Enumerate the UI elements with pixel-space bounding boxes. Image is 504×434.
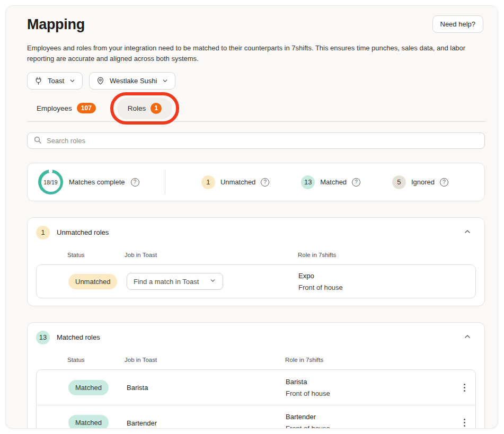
chevron-up-icon <box>463 229 472 237</box>
filter-bar: Toast Westlake Sushi <box>27 72 483 90</box>
role-cell: Bartender Front of house <box>286 413 453 429</box>
search-roles-input[interactable] <box>47 137 479 145</box>
page-header: Mapping Need help? <box>27 15 483 33</box>
status-cell: Unmatched <box>68 274 127 289</box>
job-name: Barista <box>127 384 148 392</box>
search-icon <box>33 136 42 146</box>
job-name: Bartender <box>127 419 157 427</box>
mapping-panel: Mapping Need help? Employees and roles f… <box>5 5 498 429</box>
column-header-role: Role in 7shifts <box>298 252 476 258</box>
tab-employees-label: Employees <box>37 104 72 112</box>
find-match-select-label: Find a match in Toast <box>134 278 199 286</box>
page-description: Employees and roles from your integratio… <box>27 43 483 64</box>
status-badge: Unmatched <box>68 274 117 289</box>
chevron-up-icon <box>463 334 472 342</box>
chevron-down-icon <box>162 77 169 84</box>
column-header-status: Status <box>67 357 125 363</box>
role-name: Bartender <box>286 413 453 421</box>
status-badge: Matched <box>68 415 109 429</box>
row-actions-kebab-icon[interactable] <box>453 380 475 395</box>
ignored-count-badge: 5 <box>392 175 406 189</box>
integration-dropdown-label: Toast <box>48 77 64 85</box>
roles-count-badge: 1 <box>151 103 162 114</box>
table-row-matched-barista: Matched Barista Barista Front of house <box>37 370 475 405</box>
role-group: Front of house <box>298 284 453 291</box>
integration-dropdown[interactable]: Toast <box>27 72 83 90</box>
matched-roles-section: 13 Matched roles Status Job in Toast Rol… <box>27 322 485 429</box>
unmatched-stat: 1 Unmatched ? <box>201 175 269 189</box>
status-badge: Matched <box>68 380 109 395</box>
matched-stat-label: Matched <box>320 178 347 186</box>
need-help-button[interactable]: Need help? <box>432 15 484 33</box>
ignored-stat-label: Ignored <box>411 178 435 186</box>
role-cell: Barista Front of house <box>286 378 453 397</box>
matched-stat: 13 Matched ? <box>301 175 360 189</box>
matched-roles-header: 13 Matched roles <box>36 330 476 344</box>
role-cell: Expo Front of house <box>298 272 453 291</box>
job-cell: Barista <box>127 383 286 392</box>
unmatched-section-count-badge: 1 <box>36 226 50 240</box>
tab-roles-label: Roles <box>128 104 146 112</box>
collapse-unmatched-button[interactable] <box>459 225 476 240</box>
unmatched-section-title: Unmatched roles <box>57 228 452 236</box>
chevron-down-icon <box>209 277 216 286</box>
matches-complete-stat: 18/19 Matches complete ? <box>28 170 165 194</box>
location-dropdown-label: Westlake Sushi <box>110 77 157 85</box>
tab-employees[interactable]: Employees 107 <box>29 98 103 118</box>
plug-icon <box>34 76 43 85</box>
help-circle-icon[interactable]: ? <box>131 178 139 187</box>
role-group: Front of house <box>286 389 453 397</box>
location-dropdown[interactable]: Westlake Sushi <box>89 72 175 90</box>
matched-section-count-badge: 13 <box>36 331 50 344</box>
table-row-unmatched-expo: Unmatched Find a match in Toast Expo Fro… <box>37 265 475 298</box>
matched-rows: Matched Barista Barista Front of house M… <box>36 369 476 429</box>
row-actions-kebab-icon[interactable] <box>453 415 475 429</box>
status-cell: Matched <box>68 380 127 395</box>
match-summary-card: 18/19 Matches complete ? 1 Unmatched ? 1… <box>27 163 485 201</box>
ignored-stat: 5 Ignored ? <box>392 175 448 189</box>
role-group: Front of house <box>286 424 453 429</box>
location-pin-icon <box>96 76 105 85</box>
unmatched-count-badge: 1 <box>201 175 215 189</box>
help-circle-icon[interactable]: ? <box>440 178 448 187</box>
page-title: Mapping <box>27 15 85 33</box>
help-circle-icon[interactable]: ? <box>261 178 269 187</box>
role-name: Expo <box>298 272 453 280</box>
matched-section-title: Matched roles <box>57 333 452 341</box>
matched-count-badge: 13 <box>301 175 315 189</box>
unmatched-roles-section: 1 Unmatched roles Status Job in Toast Ro… <box>27 217 485 306</box>
matched-column-headers: Status Job in Toast Role in 7shifts <box>36 357 476 363</box>
matches-complete-label: Matches complete <box>69 178 125 186</box>
unmatched-column-headers: Status Job in Toast Role in 7shifts <box>36 252 476 258</box>
help-circle-icon[interactable]: ? <box>352 178 360 187</box>
chevron-down-icon <box>69 77 76 84</box>
column-header-job: Job in Toast <box>125 252 298 258</box>
table-row-matched-bartender: Matched Bartender Bartender Front of hou… <box>37 405 475 429</box>
employees-count-badge: 107 <box>77 103 96 113</box>
matches-progress-donut: 18/19 <box>38 170 63 194</box>
job-cell: Bartender <box>127 418 286 428</box>
job-cell: Find a match in Toast <box>127 273 298 290</box>
unmatched-rows: Unmatched Find a match in Toast Expo Fro… <box>36 264 476 298</box>
column-header-job: Job in Toast <box>125 357 285 363</box>
collapse-matched-button[interactable] <box>459 330 476 344</box>
role-name: Barista <box>286 378 453 386</box>
unmatched-roles-header: 1 Unmatched roles <box>36 225 476 240</box>
matches-progress-value: 18/19 <box>41 173 60 192</box>
tab-bar: Employees 107 Roles 1 <box>27 96 483 120</box>
column-header-status: Status <box>67 252 125 258</box>
stats-group: 1 Unmatched ? 13 Matched ? 5 Ignored ? <box>165 175 484 189</box>
tabs-divider <box>27 121 485 122</box>
tab-roles[interactable]: Roles 1 <box>117 98 173 119</box>
unmatched-stat-label: Unmatched <box>220 178 255 186</box>
search-roles-box[interactable] <box>27 132 485 149</box>
status-cell: Matched <box>68 415 127 429</box>
column-header-role: Role in 7shifts <box>285 357 476 363</box>
find-match-select[interactable]: Find a match in Toast <box>127 273 223 290</box>
